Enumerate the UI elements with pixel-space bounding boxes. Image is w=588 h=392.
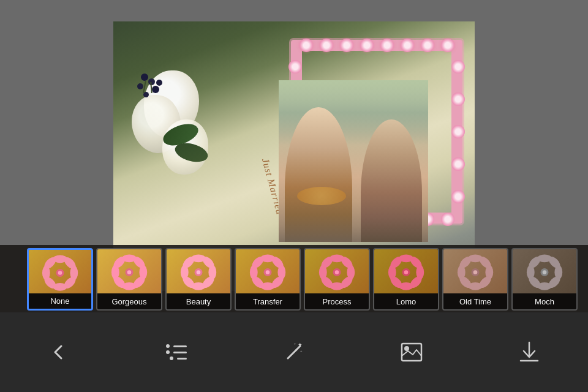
svg-text:+: + [294,342,296,345]
back-button[interactable] [34,331,83,374]
svg-point-69 [473,270,478,274]
toolbar: ✦ + + [0,312,588,392]
filter-label-none: None [29,293,91,309]
filter-label-gorgeous: Gorgeous [97,293,161,309]
filter-thumb-beauty [167,249,230,293]
filter-label-lomo: Lomo [374,293,438,309]
filter-thumb-lomo [374,249,438,293]
filter-thumb-transfer [236,249,300,293]
svg-point-39 [266,270,270,274]
filter-item-transfer[interactable]: Transfer [235,248,301,311]
filter-item-moch[interactable]: Moch [511,248,578,311]
svg-text:✦: ✦ [298,342,303,348]
svg-point-86 [404,346,409,351]
svg-point-59 [404,270,409,274]
svg-text:+: + [300,349,303,353]
enhance-button[interactable]: ✦ + + [270,331,318,374]
filter-strip: None Gorgeous Beauty Transfer Process Lo… [0,245,588,314]
filters-button[interactable] [152,331,201,374]
svg-point-9 [58,271,62,275]
photo-frame [291,40,462,224]
frames-button[interactable] [387,331,436,374]
filter-item-none[interactable]: None [27,248,93,311]
filter-label-oldtime: Old Time [443,293,507,309]
svg-point-19 [127,270,132,274]
filter-thumb-moch [513,249,576,293]
svg-point-29 [197,270,201,274]
filter-item-gorgeous[interactable]: Gorgeous [96,248,162,311]
svg-line-80 [288,350,296,358]
filter-label-transfer: Transfer [236,293,300,309]
couple-photo [279,80,428,242]
filter-label-moch: Moch [513,293,576,309]
filter-thumb-gorgeous [97,249,161,293]
filter-thumb-oldtime [443,249,507,293]
filter-label-beauty: Beauty [167,293,230,309]
filter-thumb-process [305,249,369,293]
svg-point-49 [335,270,339,274]
filter-item-lomo[interactable]: Lomo [373,248,439,311]
filter-thumb-none [29,250,91,293]
filter-label-process: Process [305,293,369,309]
filter-item-oldtime[interactable]: Old Time [442,248,508,311]
filter-item-beauty[interactable]: Beauty [165,248,232,311]
svg-point-79 [543,270,547,274]
filter-item-process[interactable]: Process [304,248,370,311]
save-button[interactable] [505,331,554,374]
